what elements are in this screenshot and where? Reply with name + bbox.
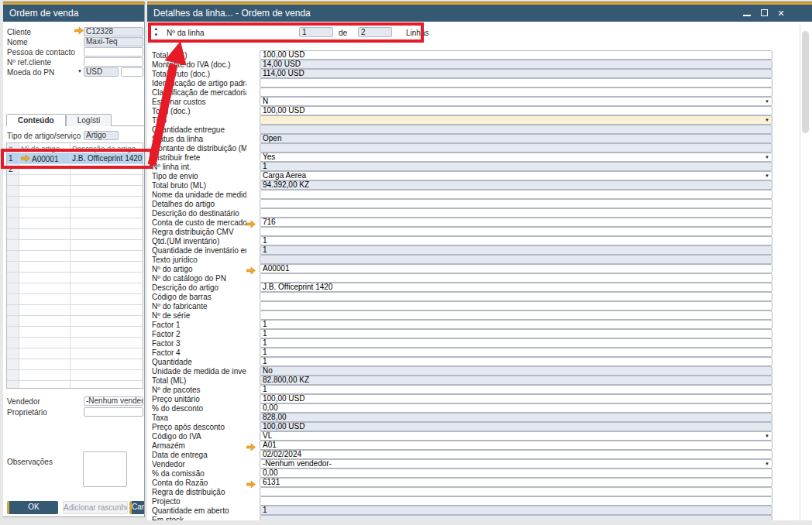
detail-field[interactable]: 6131: [260, 478, 772, 487]
detail-field[interactable]: N▼: [260, 97, 772, 106]
table-row[interactable]: 1A00001J.B. Officeprint 1420: [7, 153, 143, 164]
detail-field[interactable]: 0,00: [260, 468, 772, 478]
detail-field[interactable]: J.B. Officeprint 1420: [260, 283, 772, 292]
table-row[interactable]: [7, 381, 143, 389]
owner-field[interactable]: [84, 407, 143, 417]
detail-field[interactable]: [260, 487, 772, 496]
table-row[interactable]: [7, 175, 143, 186]
detail-field[interactable]: Open: [260, 134, 772, 143]
detail-field[interactable]: 1: [260, 357, 772, 366]
tab-contedo[interactable]: Conteúdo: [6, 114, 66, 126]
ok-button[interactable]: OK: [7, 501, 58, 514]
detail-field[interactable]: 1: [260, 338, 772, 348]
detail-field[interactable]: VL▼: [260, 431, 772, 441]
table-row[interactable]: [7, 208, 143, 218]
detail-field[interactable]: 14,00 USD: [260, 60, 772, 69]
close-icon[interactable]: ✕: [776, 9, 786, 18]
field-input[interactable]: Maxi-Teq: [84, 37, 143, 46]
dropdown-icon[interactable]: ▼: [765, 155, 769, 160]
dropdown-icon[interactable]: ▼: [765, 173, 769, 179]
detail-field[interactable]: 828,00: [260, 413, 772, 422]
detail-field[interactable]: 100,00 USD: [260, 394, 772, 403]
detail-field[interactable]: -Nenhum vendedor-▼: [260, 459, 772, 468]
detail-field[interactable]: [260, 273, 772, 283]
detail-field[interactable]: [260, 292, 772, 301]
detail-field[interactable]: [260, 496, 772, 506]
table-row[interactable]: [7, 229, 143, 240]
table-row[interactable]: [7, 359, 143, 370]
dropdown-icon[interactable]: ▼: [765, 462, 769, 467]
field-input[interactable]: [84, 47, 143, 57]
detail-field[interactable]: A01: [260, 441, 772, 450]
detail-field[interactable]: Carga Aerea▼: [260, 171, 772, 180]
line-current-field[interactable]: 1: [299, 27, 333, 37]
adicionarrascunho-button[interactable]: Adicionar rascunho...: [63, 501, 128, 514]
detail-field[interactable]: 1: [260, 329, 772, 338]
table-row[interactable]: [7, 338, 143, 348]
scrollbar-thumb[interactable]: [802, 31, 809, 133]
dropdown-icon[interactable]: ▼: [765, 434, 769, 439]
field-input[interactable]: C12328: [84, 27, 143, 36]
table-row[interactable]: [7, 186, 143, 197]
detail-field[interactable]: 1: [260, 245, 772, 255]
table-row[interactable]: [7, 370, 143, 381]
detail-field[interactable]: [260, 301, 772, 311]
link-arrow-icon[interactable]: [246, 478, 256, 486]
detail-field[interactable]: No: [260, 366, 772, 376]
line-total-field[interactable]: 2: [358, 27, 392, 37]
detail-field[interactable]: [260, 311, 772, 320]
field-input-extra[interactable]: [121, 67, 143, 77]
table-row[interactable]: [7, 218, 143, 229]
detail-field[interactable]: 82.800,00 KZ: [260, 376, 772, 385]
detail-field[interactable]: [260, 143, 772, 153]
detail-field[interactable]: [260, 515, 772, 520]
detail-field[interactable]: 94.392,00 KZ: [260, 180, 772, 190]
table-row[interactable]: [7, 294, 143, 305]
cancelar-button[interactable]: Cancelar: [129, 501, 145, 514]
link-arrow-icon[interactable]: [74, 27, 84, 35]
detail-field[interactable]: 1: [260, 236, 772, 245]
detail-field[interactable]: ▼: [260, 115, 772, 125]
table-row[interactable]: [7, 251, 143, 262]
link-arrow-icon[interactable]: [246, 218, 256, 225]
detail-field[interactable]: [260, 208, 772, 218]
detail-field[interactable]: 1: [260, 385, 772, 394]
detail-field[interactable]: 716: [260, 218, 772, 227]
link-arrow-icon[interactable]: [21, 155, 30, 163]
table-row[interactable]: [7, 273, 143, 283]
table-row[interactable]: [7, 197, 143, 208]
table-row[interactable]: [7, 240, 143, 251]
minimize-icon[interactable]: [742, 9, 752, 18]
detail-field[interactable]: Yes▼: [260, 153, 772, 162]
item-type-field[interactable]: Artigo: [84, 131, 119, 140]
detail-field[interactable]: 0,00: [260, 403, 772, 413]
maximize-icon[interactable]: [759, 9, 769, 18]
dropdown-icon[interactable]: ▼: [77, 69, 82, 74]
dropdown-icon[interactable]: ▼: [765, 99, 769, 105]
detail-field[interactable]: [260, 190, 772, 199]
detail-field[interactable]: 1: [260, 506, 772, 515]
table-row[interactable]: [7, 316, 143, 327]
detail-field[interactable]: 02/02/2024: [260, 450, 772, 459]
tab-logsti[interactable]: Logísti: [66, 114, 112, 126]
field-input[interactable]: USD: [84, 67, 119, 77]
table-row[interactable]: [7, 283, 143, 294]
detail-field[interactable]: [260, 88, 772, 97]
detail-field[interactable]: 1: [260, 348, 772, 357]
table-row[interactable]: [7, 348, 143, 359]
remarks-textarea[interactable]: [83, 451, 127, 487]
link-arrow-icon[interactable]: [246, 264, 256, 272]
spinner-up-icon[interactable]: ▲: [154, 26, 159, 31]
spinner-down-icon[interactable]: ▼: [154, 33, 159, 37]
detail-field[interactable]: [260, 78, 772, 88]
detail-field[interactable]: 1: [260, 320, 772, 329]
table-row[interactable]: 2: [7, 164, 143, 175]
vendor-field[interactable]: -Nenhum vendedor-: [84, 396, 143, 406]
detail-field[interactable]: 114,00 USD: [260, 69, 772, 78]
detail-field[interactable]: 100,00 USD: [260, 106, 772, 115]
detail-field[interactable]: [260, 199, 772, 208]
detail-field[interactable]: 100,00 USD: [260, 422, 772, 431]
dropdown-icon[interactable]: ▼: [765, 118, 769, 123]
field-input[interactable]: [84, 57, 143, 67]
detail-field[interactable]: 1: [260, 162, 772, 171]
